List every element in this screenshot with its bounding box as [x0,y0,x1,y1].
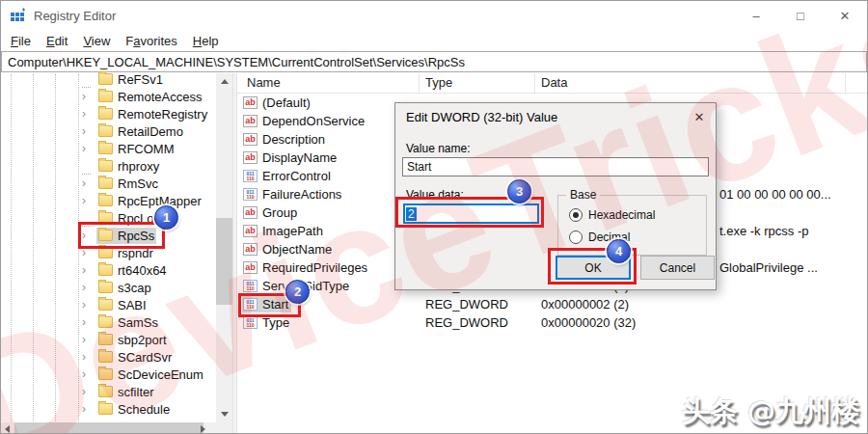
tree-horizontal-scrollbar[interactable] [1,422,232,434]
tree-item-scardsvr[interactable]: ›SCardSvr [82,348,215,366]
chevron-right-icon[interactable]: › [82,281,96,294]
tree-item-hit[interactable]: RpcEptMapper [96,193,203,209]
radio-unselected-icon[interactable] [569,231,583,244]
chevron-right-icon[interactable]: › [82,298,96,312]
tree-item-hit[interactable]: Schedule [96,401,172,418]
value-name-label: Group [262,205,297,220]
tree-item-rmsvc[interactable]: ›RmSvc [82,175,215,192]
value-data: 0x00000002 (2) [541,297,629,312]
column-header-type[interactable]: Type [425,75,452,90]
tree-item-refsv1[interactable]: ReFSv1 [82,70,215,88]
scroll-right-icon[interactable] [197,422,209,434]
value-name-hit[interactable]: abObjectName [242,241,335,258]
tree-item-scdeviceenum[interactable]: ›ScDeviceEnum [82,366,215,383]
tree-item-label: RFCOMM [118,142,175,156]
chevron-right-icon[interactable]: › [82,333,96,346]
tree-guide-line [33,74,34,421]
tree-item-hit[interactable]: RemoteRegistry [96,106,209,122]
value-name-hit[interactable]: abImagePath [242,223,326,239]
scrollbar-thumb[interactable] [14,422,203,434]
pane-splitter[interactable] [232,73,237,434]
menu-item-help[interactable]: Help [185,34,227,48]
menu-item-edit[interactable]: Edit [39,34,75,48]
value-name-hit[interactable]: abDisplayName [242,149,339,166]
tree-item-rhproxy[interactable]: rhproxy [82,157,215,175]
close-button[interactable]: ✕ [823,1,867,30]
value-name-hit[interactable]: abDependOnService [242,113,367,129]
base-label: Base [566,188,600,202]
chevron-right-icon[interactable]: › [82,90,96,103]
menu-item-view[interactable]: View [75,34,118,48]
value-name-hit[interactable]: abDescription [242,131,328,148]
tree-item-hit[interactable]: ReFSv1 [96,71,165,88]
chevron-right-icon[interactable]: › [82,315,96,329]
chevron-right-icon[interactable]: › [82,367,96,381]
tree-item-samss[interactable]: ›SamSs [82,313,215,331]
tree-item-hit[interactable]: sbp2port [96,332,169,348]
tree-item-sbp2port[interactable]: ›sbp2port [82,331,215,348]
tree-guide-line [11,74,12,421]
chevron-right-icon[interactable]: › [82,263,96,277]
chevron-right-icon[interactable]: › [82,402,96,416]
scroll-down-icon[interactable] [216,406,232,422]
menu-item-file[interactable]: File [3,34,39,48]
dialog-close-icon[interactable]: ✕ [683,103,716,130]
tree-item-rfcomm[interactable]: ›RFCOMM [82,140,215,157]
tree-item-schedule[interactable]: ›Schedule [82,400,215,418]
tree-item-rt640x64[interactable]: ›rt640x64 [82,261,215,279]
chevron-right-icon[interactable]: › [82,350,96,364]
tree-item-s3cap[interactable]: ›s3cap [82,279,215,296]
value-name-hit[interactable]: ab(Default) [242,95,313,111]
maximize-button[interactable]: □ [778,1,823,30]
radio-selected-icon[interactable] [569,208,583,222]
column-separator[interactable] [534,73,535,93]
list-row-type[interactable]: 011110TypeREG_DWORD0x00000020 (32) [242,313,867,332]
tree-item-hit[interactable]: scfilter [96,384,156,400]
chevron-right-icon[interactable]: › [82,176,96,190]
cancel-button[interactable]: Cancel [640,256,715,280]
column-header-data[interactable]: Data [541,75,567,90]
folder-icon [98,282,113,293]
tree-item-retaildemo[interactable]: ›RetailDemo [82,122,215,140]
chevron-right-icon[interactable]: › [82,142,96,155]
tree-item-hit[interactable]: rt640x64 [96,262,169,279]
value-name-hit[interactable]: 011110FailureActions [242,186,344,203]
folder-icon [98,143,113,154]
tree-item-hit[interactable]: ScDeviceEnum [96,366,205,383]
address-bar[interactable]: Computer\HKEY_LOCAL_MACHINE\SYSTEM\Curre… [1,51,867,72]
list-row-start[interactable]: 011110StartREG_DWORD0x00000002 (2) [242,295,867,313]
tree-item-hit[interactable]: RemoteAccess [96,89,203,105]
chevron-right-icon[interactable]: › [82,124,96,138]
scroll-left-icon[interactable] [1,422,14,434]
tree-item-hit[interactable]: rhproxy [96,158,161,175]
tree-item-rpceptmapper[interactable]: ›RpcEptMapper [82,192,215,209]
value-name-input[interactable]: Start [402,157,709,176]
tree-item-hit[interactable]: SCardSvr [96,349,174,366]
column-separator[interactable] [419,73,420,93]
minimize-button[interactable]: – [734,1,778,30]
tree-item-scfilter[interactable]: ›scfilter [82,383,215,400]
tree-item-hit[interactable]: SamSs [96,314,160,331]
column-header-name[interactable]: Name [247,75,281,90]
scrollbar-thumb[interactable] [216,218,232,305]
column-separator[interactable] [845,73,846,93]
value-name-hit[interactable]: 011110ErrorControl [242,168,334,184]
dword-value-icon: 011110 [243,280,258,292]
tree-item-hit[interactable]: RmSvc [96,176,160,192]
tree-item-hit[interactable]: RetailDemo [96,123,185,140]
tree-item-remoteaccess[interactable]: ›RemoteAccess [82,88,215,105]
menu-item-favorites[interactable]: Favorites [118,34,184,48]
tree-item-hit[interactable]: RFCOMM [96,141,176,157]
tree-vertical-scrollbar[interactable] [216,73,232,422]
scroll-up-icon[interactable] [216,73,232,90]
chevron-right-icon[interactable]: › [82,107,96,121]
tree-item-hit[interactable]: SABI [96,297,149,313]
value-name-hit[interactable]: abRequiredPrivileges [242,259,370,276]
tree-item-sabi[interactable]: ›SABI [82,296,215,313]
chevron-right-icon[interactable]: › [82,194,96,207]
chevron-right-icon[interactable]: › [82,385,96,398]
tree-item-hit[interactable]: s3cap [96,280,153,296]
tree-item-remoteregistry[interactable]: ›RemoteRegistry [82,105,215,122]
hexadecimal-radio[interactable]: Hexadecimal [569,208,655,222]
value-name-hit[interactable]: abGroup [242,204,300,221]
